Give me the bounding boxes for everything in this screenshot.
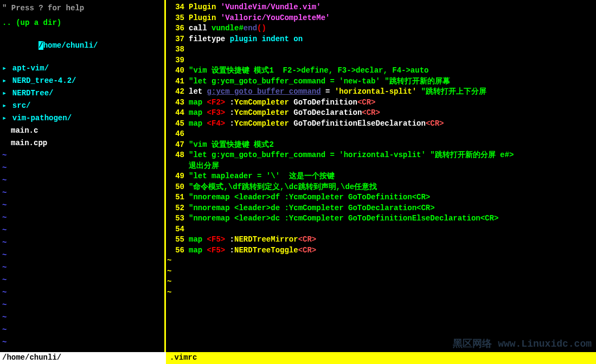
code-line[interactable]: 47"vim 设置快捷键 模式2 <box>166 140 596 151</box>
line-number: 45 <box>166 119 185 129</box>
nerdtree-sidebar[interactable]: " Press ? for help .. (up a dir) /home/c… <box>0 0 166 352</box>
line-number: 39 <box>166 55 185 66</box>
line-number: 37 <box>166 34 185 45</box>
code-content: "命令模式,\df跳转到定义,\dc跳转到声明,\de任意找 <box>185 182 377 193</box>
code-content: "let mapleader = '\' 这是一个按键 <box>185 171 335 182</box>
code-line[interactable]: 38 <box>166 44 596 55</box>
code-line[interactable]: 44map <F3> :YcmCompleter GoToDeclaration… <box>166 108 596 119</box>
tree-dir[interactable]: ▸ NERDTree/ <box>0 87 164 100</box>
line-number: 54 <box>166 224 185 235</box>
code-line[interactable]: 37filetype plugin indent on <box>166 34 596 45</box>
code-line[interactable]: 52"nnoremap <leader>de :YcmCompleter GoT… <box>166 203 596 214</box>
line-number: 48 <box>166 150 185 161</box>
code-line[interactable]: 43map <F2> :YcmCompleter GoToDefinition<… <box>166 98 596 108</box>
line-number: 38 <box>166 44 185 55</box>
code-content: filetype plugin indent on <box>185 34 303 45</box>
empty-line-tilde: ~ <box>0 311 164 324</box>
code-line[interactable]: 36call vundle#end() <box>166 23 596 34</box>
line-number: 47 <box>166 140 185 151</box>
code-line[interactable]: 50"命令模式,\df跳转到定义,\dc跳转到声明,\de任意找 <box>166 182 596 193</box>
line-number: 44 <box>166 108 185 119</box>
code-line[interactable]: 49"let mapleader = '\' 这是一个按键 <box>166 171 596 182</box>
empty-line-tilde: ~ <box>166 288 185 298</box>
line-number: 46 <box>166 129 185 140</box>
code-content: map <F3> :YcmCompleter GoToDeclaration<C… <box>185 108 380 119</box>
line-number: 50 <box>166 182 185 193</box>
line-number: 36 <box>166 23 185 34</box>
code-content <box>185 44 189 55</box>
tree-dir[interactable]: ▸ vim-pathogen/ <box>0 112 164 125</box>
code-content: Plugin 'VundleVim/Vundle.vim' <box>185 2 321 13</box>
code-line[interactable]: 55map <F5> :NERDTreeMirror<CR> <box>166 235 596 245</box>
line-number: 53 <box>166 213 185 224</box>
empty-line-tilde: ~ <box>166 256 185 266</box>
code-content <box>185 55 189 66</box>
folder-collapsed-icon: ▸ <box>2 101 7 110</box>
tree-dir[interactable]: ▸ NERD_tree-4.2/ <box>0 75 164 87</box>
line-number: 41 <box>166 76 185 87</box>
code-content <box>185 129 189 140</box>
code-line[interactable]: 41"let g:ycm_goto_buffer_command = 'new-… <box>166 76 596 87</box>
empty-line-tilde: ~ <box>0 336 164 349</box>
line-number <box>166 161 185 172</box>
code-content: "let g:ycm_goto_buffer_command = 'horizo… <box>185 150 514 161</box>
empty-line-tilde: ~ <box>0 224 164 237</box>
empty-line-tilde: ~ <box>0 174 164 187</box>
empty-line-tilde: ~ <box>0 299 164 311</box>
code-content: let g:ycm_goto_buffer_command = 'horizon… <box>185 87 486 98</box>
code-line[interactable]: 48"let g:ycm_goto_buffer_command = 'hori… <box>166 150 596 161</box>
path-root: / <box>39 41 43 50</box>
code-line[interactable]: 53"nnoremap <leader>dc :YcmCompleter GoT… <box>166 213 596 224</box>
code-line[interactable]: 40"vim 设置快捷键 模式1 F2->define, F3->declar,… <box>166 66 596 76</box>
code-line[interactable]: 56map <F5> :NERDTreeToggle<CR> <box>166 245 596 256</box>
empty-line-tilde: ~ <box>0 262 164 274</box>
empty-line-tilde: ~ <box>166 277 185 288</box>
code-line[interactable]: 34Plugin 'VundleVim/Vundle.vim' <box>166 2 596 13</box>
code-content: "vim 设置快捷键 模式2 <box>185 140 274 151</box>
status-right: .vimrc <box>168 352 596 364</box>
current-path[interactable]: /home/chunli/ <box>0 29 164 62</box>
code-line[interactable]: 42let g:ycm_goto_buffer_command = 'horiz… <box>166 87 596 98</box>
empty-line-tilde: ~ <box>0 162 164 174</box>
code-content: map <F2> :YcmCompleter GoToDefinition<CR… <box>185 98 376 108</box>
tree-dir[interactable]: ▸ apt-vim/ <box>0 62 164 75</box>
code-line[interactable]: 51"nnoremap <leader>df :YcmCompleter GoT… <box>166 192 596 203</box>
code-line[interactable]: 46 <box>166 129 596 140</box>
empty-line-tilde: ~ <box>0 287 164 299</box>
editor-pane[interactable]: 34Plugin 'VundleVim/Vundle.vim'35Plugin … <box>166 0 596 352</box>
path-rest: home/chunli/ <box>43 41 98 50</box>
status-left: /home/chunli/ <box>0 352 166 364</box>
folder-collapsed-icon: ▸ <box>2 64 7 73</box>
empty-line-tilde: ~ <box>0 212 164 224</box>
code-content: "nnoremap <leader>dc :YcmCompleter GoToD… <box>185 213 498 224</box>
up-dir[interactable]: .. (up a dir) <box>0 17 164 29</box>
code-line[interactable]: 35Plugin 'Valloric/YouCompleteMe' <box>166 13 596 24</box>
empty-line-tilde: ~ <box>0 199 164 212</box>
line-number: 43 <box>166 98 185 108</box>
code-line[interactable]: 54 <box>166 224 596 235</box>
code-content: "vim 设置快捷键 模式1 F2->define, F3->declar, F… <box>185 66 428 76</box>
line-number: 51 <box>166 192 185 203</box>
code-content: 退出分屏 <box>185 161 219 172</box>
code-content: map <F4> :YcmCompleter GoToDefinitionEls… <box>185 119 444 129</box>
line-number: 35 <box>166 13 185 24</box>
empty-line-tilde: ~ <box>0 187 164 199</box>
empty-line-tilde: ~ <box>0 274 164 287</box>
code-line[interactable]: 39 <box>166 55 596 66</box>
tree-file[interactable]: main.cpp <box>0 137 164 150</box>
code-content: "nnoremap <leader>df :YcmCompleter GoToD… <box>185 192 430 203</box>
empty-line-tilde: ~ <box>0 150 164 162</box>
code-content: Plugin 'Valloric/YouCompleteMe' <box>185 13 330 24</box>
tree-file[interactable]: main.c <box>0 125 164 137</box>
empty-line-tilde: ~ <box>0 324 164 336</box>
line-number: 34 <box>166 2 185 13</box>
folder-collapsed-icon: ▸ <box>2 76 7 85</box>
code-line[interactable]: 45map <F4> :YcmCompleter GoToDefinitionE… <box>166 119 596 129</box>
empty-line-tilde: ~ <box>0 249 164 262</box>
line-number: 40 <box>166 66 185 76</box>
code-line[interactable]: 退出分屏 <box>166 161 596 172</box>
folder-collapsed-icon: ▸ <box>2 114 7 122</box>
line-number: 56 <box>166 245 185 256</box>
tree-dir[interactable]: ▸ src/ <box>0 100 164 112</box>
code-content: call vundle#end() <box>185 23 266 34</box>
